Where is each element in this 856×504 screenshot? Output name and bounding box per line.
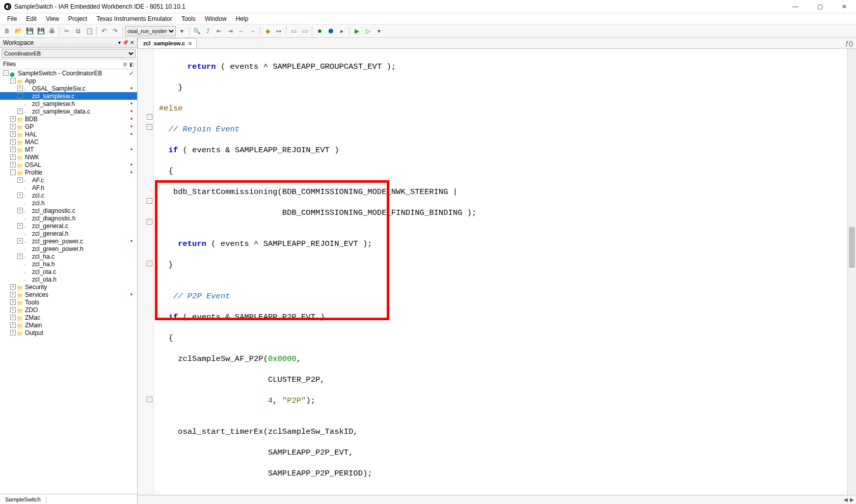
tree-item[interactable]: +zcl_general.c [0,222,137,230]
make-icon[interactable]: ▭ [300,26,310,36]
tree-item[interactable]: +ZMain [0,321,137,329]
tree-item[interactable]: +MT• [0,146,137,153]
tree-item[interactable]: zcl_ota.c [0,268,137,275]
expand-icon[interactable]: + [10,147,16,152]
new-file-icon[interactable]: 🗎 [2,26,12,36]
tree-item[interactable]: zcl_diagnostic.h [0,214,137,222]
expand-icon[interactable]: + [10,154,16,160]
tree-item[interactable]: AF.h [0,184,137,191]
expand-icon[interactable]: + [10,330,16,335]
expand-icon[interactable]: - [3,70,9,76]
open-file-icon[interactable]: 📂 [13,26,23,36]
nav-back-icon[interactable]: ← [236,26,247,36]
tree-item[interactable]: +BDB• [0,115,137,123]
expand-icon[interactable]: + [10,292,16,297]
tree-item[interactable]: +zcl_samplesw_data.c• [0,107,137,115]
expand-icon[interactable]: + [10,284,16,290]
copy-icon[interactable]: ⧉ [73,26,83,36]
fold-icon[interactable]: - [147,261,152,266]
tree-item[interactable]: +OSAL_SampleSw.c• [0,85,137,92]
tree-item[interactable]: zcl.h [0,199,137,207]
expand-icon[interactable]: + [17,192,23,198]
paste-icon[interactable]: 📋 [84,26,94,36]
tree-item[interactable]: +zcl.c [0,191,137,199]
tree-item[interactable]: +ZMac [0,314,137,321]
panel-menu-icon[interactable]: ▾ [118,40,121,45]
dropdown-icon[interactable]: ▾ [177,26,187,36]
expand-icon[interactable]: + [17,177,23,183]
tree-item[interactable]: +MAC [0,138,137,146]
fold-icon[interactable]: - [147,124,152,130]
scrollbar-thumb[interactable] [849,227,855,268]
expand-icon[interactable]: + [17,223,23,229]
goto-icon[interactable]: ⤴ [203,26,213,36]
menu-window[interactable]: Window [201,14,231,23]
tree-item[interactable]: zcl_samplesw.h• [0,100,137,107]
fold-icon[interactable]: - [147,198,152,204]
close-button[interactable]: ✕ [837,3,852,10]
expand-icon[interactable]: + [10,322,16,328]
tree-item[interactable]: zcl_green_power.h [0,245,137,253]
tree-item[interactable]: zcl_ota.h [0,275,137,283]
tree-item[interactable]: +NWK [0,153,137,161]
tree-item[interactable]: +zcl_diagnostic.c [0,207,137,214]
tree-item[interactable]: +AF.c [0,176,137,184]
workspace-tab[interactable]: SampleSwitch [0,495,46,503]
run-icon[interactable]: ▶ [352,26,362,36]
bookmark-prev-icon[interactable]: ⇤ [214,26,224,36]
tree-item[interactable]: -SampleSwitch - CoordinatorEB✓ [0,69,137,77]
tree-item[interactable]: +HAL• [0,130,137,138]
expand-icon[interactable]: + [10,307,16,313]
bookmark-next-icon[interactable]: ⇥ [225,26,235,36]
print-icon[interactable]: 🖶 [47,26,57,36]
expand-icon[interactable]: + [17,208,23,213]
config-combo[interactable]: CoordinatorEB [2,49,136,58]
expand-icon[interactable]: + [17,86,23,91]
tree-item[interactable]: +Output [0,329,137,337]
menu-ti-emulator[interactable]: Texas Instruments Emulator [92,14,176,23]
expand-icon[interactable]: + [10,116,16,122]
tree-item[interactable]: +ZDO [0,306,137,314]
cut-icon[interactable]: ✂ [62,26,72,36]
expand-icon[interactable]: - [10,170,16,175]
editor-tab[interactable]: zcl_samplesw.c ✕ [138,38,197,48]
expand-icon[interactable]: + [17,108,23,114]
nav-fwd-icon[interactable]: → [248,26,258,36]
expand-icon[interactable]: + [17,93,23,99]
breakpoint-icon[interactable]: ◆ [262,26,273,36]
vertical-scrollbar[interactable] [847,49,856,495]
nav-icon[interactable]: ↦ [274,26,284,36]
expand-icon[interactable]: + [10,162,16,167]
fold-icon[interactable]: - [147,397,152,402]
stop-build-icon[interactable]: ■ [314,26,325,36]
panel-close-icon[interactable]: ✕ [130,40,134,45]
expand-icon[interactable]: + [10,315,16,320]
run-no-debug-icon[interactable]: ▷ [363,26,373,36]
save-icon[interactable]: 💾 [24,26,35,36]
tab-close-icon[interactable]: ✕ [188,41,192,46]
tree-item[interactable]: +Services• [0,291,137,298]
find-icon[interactable]: 🔍 [192,26,202,36]
file-tree[interactable]: -SampleSwitch - CoordinatorEB✓-App+OSAL_… [0,69,137,494]
expand-icon[interactable]: + [17,254,23,259]
menu-edit[interactable]: Edit [22,14,41,23]
run-dropdown-icon[interactable]: ▾ [374,26,384,36]
menu-project[interactable]: Project [64,14,91,23]
fold-icon[interactable]: - [147,114,152,120]
tree-opts2-icon[interactable]: ◧ [129,62,134,67]
tree-item[interactable]: +GP• [0,123,137,130]
function-nav-icon[interactable]: ƒ() [842,40,856,47]
tree-item[interactable]: zcl_ha.h [0,260,137,268]
compile-icon[interactable]: ▭ [288,26,299,36]
code-editor[interactable]: - - - - - - return ( events ^ SAMPLEAPP_… [138,49,856,495]
redo-icon[interactable]: ↷ [110,26,120,36]
debug-icon[interactable]: ▸ [337,26,347,36]
menu-file[interactable]: File [3,14,21,23]
save-all-icon[interactable]: 💾 [36,26,46,36]
tree-opts-icon[interactable]: ⚙ [123,62,127,67]
expand-icon[interactable]: + [17,238,23,244]
expand-icon[interactable]: + [10,139,16,145]
fold-icon[interactable]: - [147,219,152,225]
menu-view[interactable]: View [42,14,63,23]
tree-item[interactable]: +zcl_ha.c [0,253,137,260]
